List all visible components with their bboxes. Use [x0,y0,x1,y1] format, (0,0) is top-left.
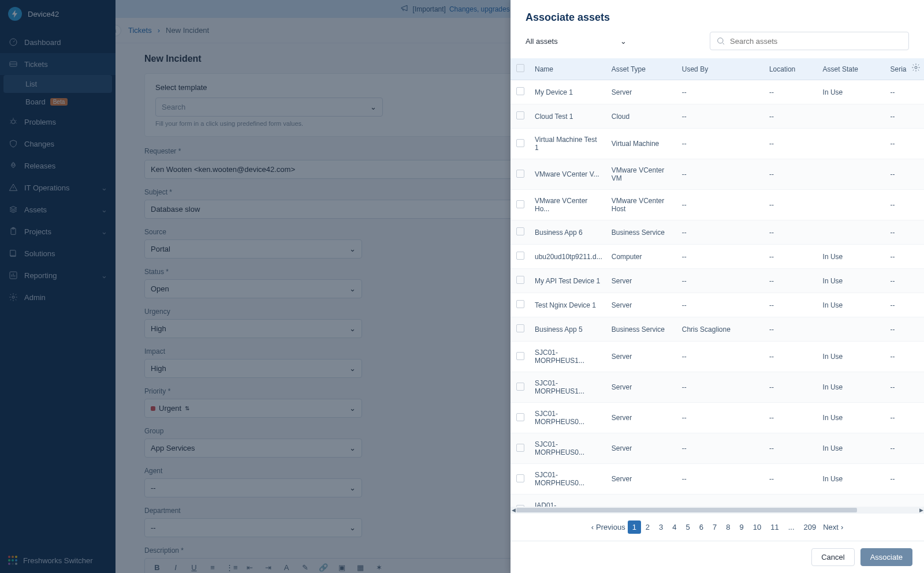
row-checkbox[interactable] [516,200,524,208]
page-3[interactable]: 3 [654,520,668,534]
row-checkbox[interactable] [516,474,524,482]
table-row[interactable]: Business App 6Business Service------ [511,220,924,245]
table-row[interactable]: IAD01-MORPHEUS1...Server----In Use-- [511,495,924,507]
row-checkbox[interactable] [516,227,524,235]
cancel-button[interactable]: Cancel [811,548,854,566]
page-7[interactable]: 7 [708,520,721,534]
table-row[interactable]: Test Nginx Device 1Server----In Use-- [511,293,924,317]
row-checkbox[interactable] [516,139,524,147]
pagination: ‹ Previous 1234567891011...209 Next › [511,514,924,541]
row-checkbox[interactable] [516,170,524,178]
asset-search[interactable] [710,32,909,50]
scroll-left-icon[interactable]: ◀ [511,507,516,513]
asset-filter-dropdown[interactable]: All assets ⌄ [526,37,627,46]
col-name[interactable]: Name [530,58,607,80]
page-5[interactable]: 5 [681,520,695,534]
table-row[interactable]: ubu20ud10tp9211.d...Computer----In Use-- [511,245,924,269]
row-checkbox[interactable] [516,444,524,452]
row-checkbox[interactable] [516,413,524,421]
row-checkbox[interactable] [516,252,524,260]
table-row[interactable]: SJC01-MORPHEUS0...Server----In Use-- [511,464,924,495]
table-settings-icon[interactable] [910,62,922,73]
col-asset-type[interactable]: Asset Type [607,58,677,80]
table-row[interactable]: Virtual Machine Test 1Virtual Machine---… [511,129,924,159]
page-11[interactable]: 11 [766,520,783,534]
chevron-down-icon: ⌄ [620,37,627,46]
page-8[interactable]: 8 [721,520,735,534]
associate-assets-panel: Associate assets All assets ⌄ NameAsset … [511,0,924,573]
svg-point-10 [915,66,917,69]
prev-page[interactable]: ‹ Previous [591,523,625,531]
page-...[interactable]: ... [784,520,799,534]
table-row[interactable]: My Device 1Server----In Use-- [511,80,924,104]
select-all-checkbox[interactable] [516,64,524,72]
page-9[interactable]: 9 [735,520,748,534]
page-4[interactable]: 4 [668,520,681,534]
table-row[interactable]: SJC01-MORPHEUS0...Server----In Use-- [511,403,924,433]
asset-table: NameAsset TypeUsed ByLocationAsset State… [511,58,924,507]
row-checkbox[interactable] [516,383,524,391]
table-row[interactable]: VMware VCenter V...VMware VCenter VM----… [511,159,924,190]
page-1[interactable]: 1 [628,520,641,534]
page-2[interactable]: 2 [641,520,654,534]
row-checkbox[interactable] [516,87,524,95]
horizontal-scrollbar[interactable]: ◀ ▶ [511,507,924,514]
table-row[interactable]: Cloud Test 1Cloud------ [511,104,924,129]
next-page[interactable]: Next › [823,523,843,531]
row-checkbox[interactable] [516,324,524,332]
page-209[interactable]: 209 [799,520,821,534]
table-row[interactable]: VMware VCenter Ho...VMware VCenter Host-… [511,190,924,220]
col-used-by[interactable]: Used By [677,58,765,80]
table-row[interactable]: SJC01-MORPHEUS1...Server----In Use-- [511,342,924,372]
table-row[interactable]: Business App 5Business ServiceChris Scag… [511,317,924,342]
row-checkbox[interactable] [516,352,524,360]
panel-title: Associate assets [526,12,909,24]
page-10[interactable]: 10 [748,520,766,534]
row-checkbox[interactable] [516,300,524,308]
svg-point-9 [718,38,723,43]
search-icon [716,36,725,46]
row-checkbox[interactable] [516,111,524,119]
associate-button[interactable]: Associate [860,548,912,566]
scroll-right-icon[interactable]: ▶ [918,507,924,513]
table-row[interactable]: SJC01-MORPHEUS1...Server----In Use-- [511,372,924,403]
table-row[interactable]: My API Test Device 1Server----In Use-- [511,269,924,293]
col-location[interactable]: Location [765,58,818,80]
table-row[interactable]: SJC01-MORPHEUS0...Server----In Use-- [511,433,924,464]
col-asset-state[interactable]: Asset State [818,58,886,80]
page-6[interactable]: 6 [695,520,708,534]
row-checkbox[interactable] [516,276,524,284]
